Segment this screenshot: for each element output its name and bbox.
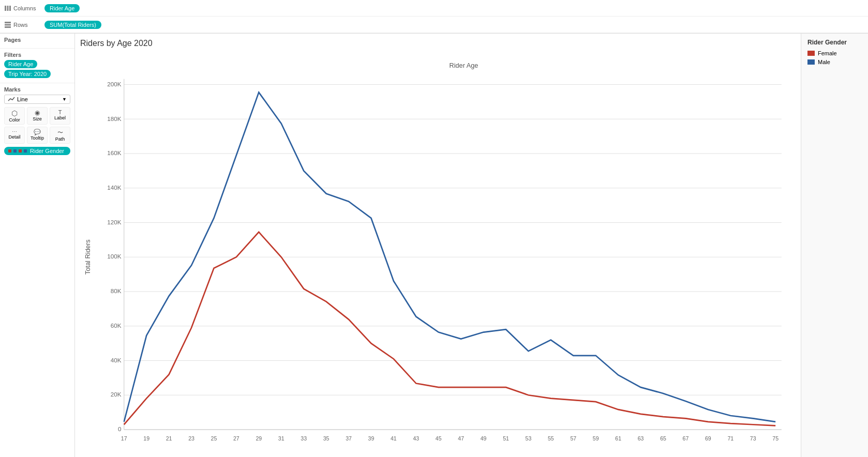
filter-trip-year[interactable]: Trip Year: 2020	[4, 70, 51, 78]
x-label: 49	[481, 435, 487, 441]
color-label: Color	[9, 117, 20, 123]
filter-rider-age[interactable]: Rider Age	[4, 60, 37, 68]
x-label: 59	[593, 435, 599, 441]
y-label: 60K	[111, 322, 122, 329]
color-dot	[8, 149, 11, 153]
x-label: 45	[436, 435, 442, 441]
detail-icon: ⋯	[12, 129, 17, 134]
tooltip-button[interactable]: 💬 Tooltip	[27, 127, 48, 144]
color-icon: ⬡	[11, 109, 18, 117]
pages-section: Pages	[0, 34, 74, 49]
size-button[interactable]: ◉ Size	[27, 107, 48, 125]
x-label: 57	[570, 435, 576, 441]
path-button[interactable]: 〜 Path	[50, 127, 70, 144]
legend-item-female: Female	[807, 50, 862, 56]
tooltip-icon: 💬	[34, 129, 41, 135]
legend-title: Rider Gender	[807, 39, 862, 46]
tooltip-label: Tooltip	[31, 135, 44, 141]
label-label: Label	[54, 115, 66, 120]
x-label: 21	[166, 435, 172, 441]
y-label: 120K	[107, 219, 121, 225]
legend-color-male	[807, 59, 815, 65]
y-label: 180K	[107, 115, 121, 121]
detail-button[interactable]: ⋯ Detail	[4, 127, 25, 144]
sidebar: Pages Filters Rider Age Trip Year: 2020 …	[0, 34, 75, 457]
filters-title: Filters	[4, 52, 70, 58]
x-label: 39	[368, 435, 375, 441]
x-label: 17	[121, 435, 127, 441]
marks-title: Marks	[4, 86, 70, 93]
x-label: 69	[705, 435, 711, 441]
color-button[interactable]: ⬡ Color	[4, 107, 25, 125]
y-label: 0	[118, 425, 122, 432]
x-label: 35	[323, 435, 330, 441]
x-label: 41	[391, 435, 397, 441]
path-icon: 〜	[57, 129, 63, 136]
rows-row: Rows SUM(Total Riders)	[0, 17, 868, 33]
svg-rect-3	[5, 22, 11, 23]
color-dot	[13, 149, 17, 153]
filters-section: Filters Rider Age Trip Year: 2020	[0, 49, 74, 83]
size-label: Size	[33, 116, 42, 121]
label-icon: T	[58, 109, 62, 115]
x-label: 73	[750, 435, 756, 441]
size-icon: ◉	[35, 109, 40, 116]
x-label: 31	[278, 435, 285, 441]
x-label: 37	[346, 435, 352, 441]
legend-item-male: Male	[807, 59, 862, 65]
svg-rect-2	[9, 6, 11, 11]
svg-rect-4	[5, 24, 11, 25]
color-grid	[8, 149, 28, 153]
legend-panel: Rider Gender Female Male	[801, 34, 868, 457]
x-label: 33	[301, 435, 307, 441]
svg-rect-5	[5, 26, 11, 28]
chart-container: Total Riders Rider Age 0 20K	[80, 51, 792, 452]
dropdown-arrow-icon: ▼	[62, 97, 67, 102]
chart-area: Riders by Age 2020 Total Riders Rider Ag…	[75, 34, 801, 457]
columns-pill[interactable]: Rider Age	[44, 4, 80, 12]
x-label: 53	[526, 435, 532, 441]
main-area: Pages Filters Rider Age Trip Year: 2020 …	[0, 34, 868, 457]
x-label: 61	[615, 435, 621, 441]
y-label: 160K	[107, 149, 121, 156]
y-label: 140K	[107, 184, 121, 191]
legend-label-female: Female	[818, 50, 837, 56]
x-label: 63	[638, 435, 644, 441]
x-label: 51	[503, 435, 509, 441]
chart-svg: Total Riders Rider Age 0 20K	[80, 51, 792, 452]
chart-title: Riders by Age 2020	[80, 39, 792, 48]
legend-label-male: Male	[818, 59, 830, 65]
svg-rect-1	[7, 6, 9, 11]
x-label: 47	[458, 435, 464, 441]
x-label: 23	[188, 435, 194, 441]
x-label: 65	[660, 435, 666, 441]
x-label: 43	[413, 435, 419, 441]
svg-rect-0	[5, 6, 6, 11]
rider-gender-label: Rider Gender	[30, 148, 64, 154]
female-line	[124, 232, 775, 426]
y-label: 40K	[111, 357, 122, 363]
rows-label: Rows	[13, 22, 28, 28]
label-button[interactable]: T Label	[50, 107, 70, 125]
detail-label: Detail	[8, 134, 20, 140]
color-dot	[19, 149, 22, 153]
x-label: 25	[211, 435, 217, 441]
y-label: 20K	[111, 391, 122, 398]
x-label: 75	[772, 435, 779, 441]
pages-title: Pages	[4, 37, 70, 43]
y-label: 200K	[107, 81, 121, 87]
y-label: 80K	[111, 287, 122, 294]
marks-type-dropdown[interactable]: Line ▼	[4, 95, 70, 104]
path-label: Path	[55, 136, 65, 142]
x-label: 55	[548, 435, 554, 441]
rider-gender-pill[interactable]: Rider Gender	[4, 147, 70, 155]
x-label: 19	[143, 435, 149, 441]
columns-row: Columns Rider Age	[0, 0, 868, 17]
x-label: 29	[256, 435, 262, 441]
x-label: 67	[683, 435, 689, 441]
rows-pill[interactable]: SUM(Total Riders)	[44, 21, 101, 29]
marks-section: Marks Line ▼ ⬡ Color ◉ Size T Label	[0, 83, 74, 158]
marks-icon-grid: ⬡ Color ◉ Size T Label ⋯ Detail 💬 Too	[4, 107, 70, 144]
x-axis-title: Rider Age	[450, 62, 478, 69]
y-axis-title: Total Riders	[84, 239, 92, 275]
